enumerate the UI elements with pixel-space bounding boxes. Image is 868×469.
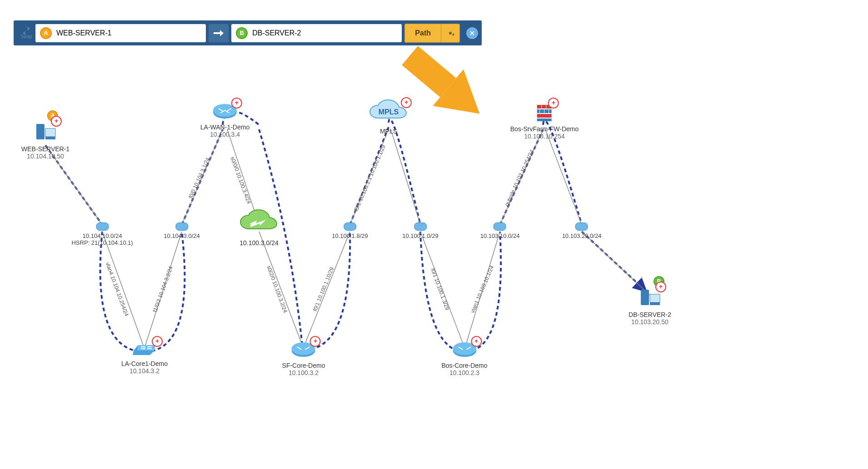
server-icon: A +: [34, 120, 57, 142]
svg-line-10: [391, 129, 420, 225]
node-sf-core[interactable]: + SF-Core-Demo 10.100.3.2: [282, 341, 325, 376]
svg-rect-18: [45, 137, 55, 139]
subnet-label: 10.103.10.0/24: [480, 232, 520, 239]
router-icon: +: [452, 341, 477, 359]
subnet-icon: [344, 222, 356, 231]
node-db-server-2[interactable]: B + DB-SERVER-2 10.103.20.50: [629, 286, 671, 326]
node-ip: 10.103.20.50: [629, 318, 671, 326]
svg-rect-16: [36, 124, 45, 139]
node-name: DB-SERVER-2: [629, 311, 671, 318]
node-bos-srvfarm-fw[interactable]: + Bos-SrvFarm-FW-Demo 10.103.10.254: [510, 102, 579, 140]
add-icon[interactable]: +: [51, 116, 62, 127]
svg-line-14: [545, 129, 582, 225]
cloud-icon: [239, 209, 279, 236]
node-bos-core[interactable]: + Bos-Core-Demo 10.100.2.3: [441, 341, 487, 376]
subnet-label: 10.100.3.0/24: [239, 239, 279, 247]
subnet-icon: [575, 222, 588, 231]
svg-rect-49: [650, 302, 660, 305]
svg-rect-47: [641, 290, 649, 305]
node-ip: 10.100.3.4: [200, 131, 249, 138]
subnet-label: 10.104.10.0/24: [71, 232, 133, 239]
add-icon[interactable]: +: [231, 98, 242, 109]
cloud-icon: + MPLS: [368, 100, 409, 124]
subnet[interactable]: 10.100.1.0/29: [402, 222, 439, 239]
subnet[interactable]: 10.103.20.0/24: [562, 222, 602, 239]
node-ip: 10.100.2.3: [441, 369, 487, 376]
node-ip: 10.104.3.2: [121, 367, 168, 375]
add-icon[interactable]: +: [471, 336, 482, 347]
subnet[interactable]: 10.103.10.0/24: [480, 222, 520, 239]
subnet-label: 10.103.20.0/24: [562, 232, 602, 239]
add-icon[interactable]: +: [310, 336, 321, 347]
subnet-sublabel: HSRP: 21(10.104.10.1): [71, 239, 133, 246]
router-icon: +: [291, 341, 316, 359]
node-web-server-1[interactable]: A + WEB-SERVER-1 10.104.10.50: [21, 120, 70, 160]
add-icon[interactable]: +: [401, 97, 412, 108]
svg-line-15: [582, 232, 650, 295]
subnet-icon: [414, 222, 427, 231]
node-name: WEB-SERVER-1: [21, 145, 70, 153]
svg-rect-29: [537, 118, 552, 121]
node-la-wan-1[interactable]: + LA-WAN-1-Demo 10.100.3.4: [200, 102, 249, 138]
node-name: LA-Core1-Demo: [121, 360, 168, 367]
node-name: MPLS: [368, 128, 409, 135]
subnet-icon: [494, 222, 506, 231]
add-icon[interactable]: +: [152, 336, 163, 347]
subnet-label: 10.104.3.0/24: [164, 232, 200, 239]
svg-text:MPLS: MPLS: [379, 108, 399, 116]
svg-rect-48: [650, 294, 660, 302]
add-icon[interactable]: +: [655, 281, 666, 292]
svg-line-3: [102, 232, 143, 345]
firewall-icon: +: [534, 102, 554, 122]
node-name: Bos-SrvFarm-FW-Demo: [510, 125, 579, 133]
svg-rect-28: [537, 114, 552, 118]
svg-line-7: [259, 232, 302, 345]
subnet[interactable]: 10.104.10.0/24HSRP: 21(10.104.10.1): [71, 222, 133, 246]
subnet-label: 10.100.1.0/29: [402, 232, 439, 239]
node-name: SF-Core-Demo: [282, 362, 325, 369]
node-name: LA-WAN-1-Demo: [200, 123, 249, 131]
subnet[interactable]: 10.104.3.0/24: [164, 222, 200, 239]
server-icon: B +: [638, 286, 662, 308]
add-icon[interactable]: +: [548, 98, 559, 109]
subnet-icon: [96, 222, 109, 231]
node-ip: 10.100.3.2: [282, 369, 325, 376]
node-ip: 10.103.10.254: [510, 133, 579, 140]
subnet-cloud[interactable]: 10.100.3.0/24: [239, 209, 279, 247]
node-la-core1[interactable]: + LA-Core1-Demo 10.104.3.2: [121, 341, 168, 375]
router-icon: +: [212, 102, 238, 120]
subnet-label: 10.100.1.8/29: [332, 232, 368, 239]
svg-rect-17: [45, 128, 55, 137]
subnet-icon: [175, 222, 188, 231]
switch-icon: +: [131, 341, 158, 357]
node-mpls[interactable]: + MPLS MPLS: [368, 100, 409, 135]
subnet[interactable]: 10.100.1.8/29: [332, 222, 368, 239]
node-name: Bos-Core-Demo: [441, 362, 487, 369]
node-ip: 10.104.10.50: [21, 153, 70, 160]
